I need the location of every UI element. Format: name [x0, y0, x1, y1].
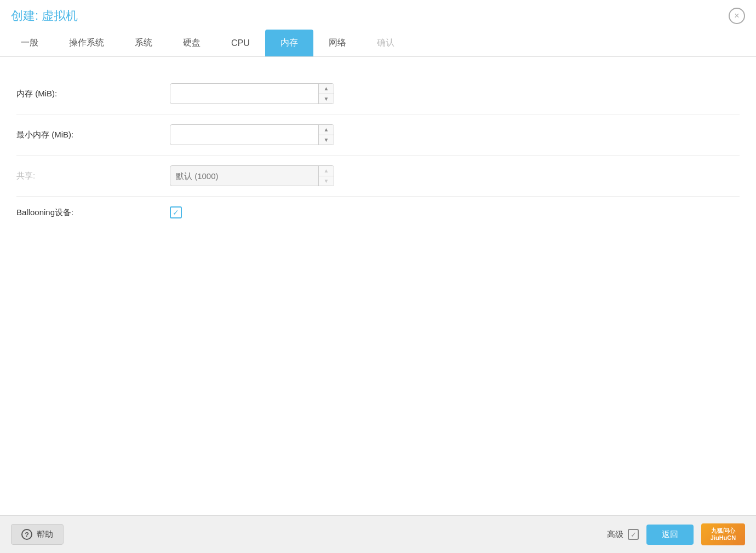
- dialog-header: 创建: 虚拟机 ×: [0, 0, 756, 30]
- memory-arrows: ▲ ▼: [318, 84, 334, 103]
- min-memory-spin-down[interactable]: ▼: [319, 135, 334, 145]
- tab-memory[interactable]: 内存: [265, 30, 313, 56]
- memory-spinbox[interactable]: 8192 ▲ ▼: [170, 83, 334, 104]
- brand-logo: 九狐问心 JiuHuCN: [701, 523, 745, 545]
- tab-cpu[interactable]: CPU: [216, 30, 265, 56]
- footer-right: 高级 ✓ 返回 九狐问心 JiuHuCN: [607, 523, 745, 545]
- min-memory-input[interactable]: 8192: [170, 125, 318, 145]
- tabs-bar: 一般 操作系统 系统 硬盘 CPU 内存 网络 确认: [0, 30, 756, 57]
- tab-confirm: 确认: [362, 30, 410, 56]
- footer-left: ? 帮助: [11, 524, 64, 545]
- help-button[interactable]: ? 帮助: [11, 524, 64, 545]
- shares-spin-down: ▼: [319, 176, 334, 186]
- help-label: 帮助: [37, 529, 53, 540]
- min-memory-arrows: ▲ ▼: [318, 125, 334, 145]
- advanced-checkmark: ✓: [631, 531, 637, 539]
- min-memory-control: 8192 ▲ ▼: [170, 124, 334, 145]
- ballooning-row: Ballooning设备: ✓: [16, 197, 740, 228]
- memory-spin-down[interactable]: ▼: [319, 94, 334, 104]
- min-memory-spinbox[interactable]: 8192 ▲ ▼: [170, 124, 334, 145]
- ballooning-label: Ballooning设备:: [16, 208, 170, 218]
- brand-line2: JiuHuCN: [711, 534, 736, 542]
- help-icon: ?: [21, 529, 32, 540]
- memory-row: 内存 (MiB): 8192 ▲ ▼: [16, 73, 740, 114]
- advanced-area: 高级 ✓: [607, 529, 639, 540]
- dialog-footer: ? 帮助 高级 ✓ 返回 九狐问心 JiuHuCN: [0, 515, 756, 553]
- memory-spin-up[interactable]: ▲: [319, 84, 334, 94]
- shares-control: ▲ ▼: [170, 165, 334, 186]
- min-memory-row: 最小内存 (MiB): 8192 ▲ ▼: [16, 114, 740, 155]
- tab-os[interactable]: 操作系统: [54, 30, 119, 56]
- shares-spinbox: ▲ ▼: [170, 165, 334, 186]
- shares-input: [170, 166, 318, 186]
- brand-line1: 九狐问心: [711, 527, 736, 534]
- dialog-content: 内存 (MiB): 8192 ▲ ▼ 最小内存 (MiB): 8192 ▲: [0, 57, 756, 515]
- shares-row: 共享: ▲ ▼: [16, 155, 740, 197]
- ballooning-control: ✓: [170, 206, 182, 218]
- back-button[interactable]: 返回: [646, 525, 694, 545]
- memory-label: 内存 (MiB):: [16, 89, 170, 99]
- min-memory-label: 最小内存 (MiB):: [16, 130, 170, 140]
- shares-arrows: ▲ ▼: [318, 166, 334, 186]
- dialog-title: 创建: 虚拟机: [11, 8, 78, 24]
- ballooning-checkmark: ✓: [173, 209, 179, 216]
- memory-input[interactable]: 8192: [170, 84, 318, 103]
- shares-label: 共享:: [16, 171, 170, 181]
- dialog: 创建: 虚拟机 × 一般 操作系统 系统 硬盘 CPU 内存 网络 确认 内存 …: [0, 0, 756, 553]
- tab-network[interactable]: 网络: [313, 30, 362, 56]
- advanced-checkbox[interactable]: ✓: [628, 529, 639, 540]
- advanced-label: 高级: [607, 529, 623, 540]
- tab-system[interactable]: 系统: [119, 30, 168, 56]
- memory-control: 8192 ▲ ▼: [170, 83, 334, 104]
- ballooning-checkbox[interactable]: ✓: [170, 206, 182, 218]
- min-memory-spin-up[interactable]: ▲: [319, 125, 334, 135]
- tab-disk[interactable]: 硬盘: [168, 30, 216, 56]
- tab-general[interactable]: 一般: [5, 30, 54, 56]
- close-button[interactable]: ×: [729, 8, 745, 24]
- shares-spin-up: ▲: [319, 166, 334, 176]
